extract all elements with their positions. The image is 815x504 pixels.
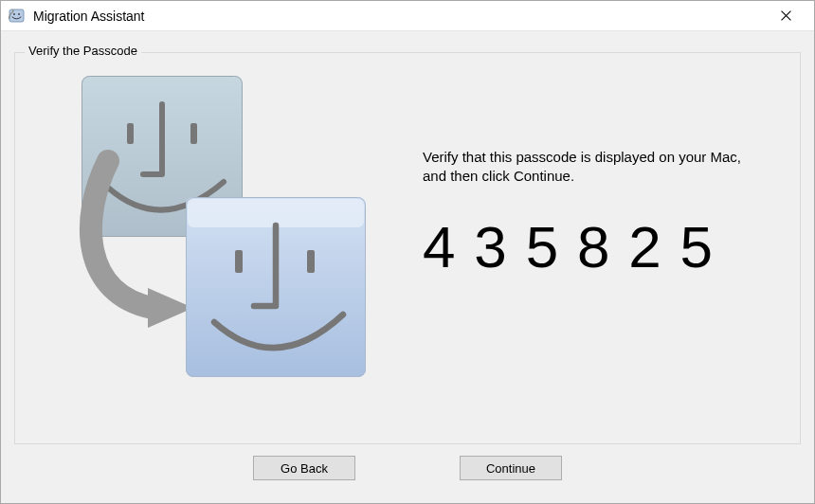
right-pane: Verify that this passcode is displayed o… bbox=[423, 148, 764, 280]
passcode-display: 435825 bbox=[423, 213, 764, 280]
button-row: Go Back Continue bbox=[14, 444, 801, 492]
group-content: Verify that this passcode is displayed o… bbox=[15, 53, 800, 443]
close-button[interactable] bbox=[765, 2, 806, 30]
close-icon bbox=[781, 10, 791, 21]
svg-rect-9 bbox=[190, 123, 197, 144]
svg-rect-8 bbox=[127, 123, 134, 144]
svg-rect-14 bbox=[235, 250, 243, 273]
continue-button[interactable]: Continue bbox=[460, 456, 562, 480]
svg-point-1 bbox=[13, 13, 15, 15]
migration-graphic bbox=[53, 76, 394, 388]
svg-rect-15 bbox=[307, 250, 315, 273]
window-title: Migration Assistant bbox=[33, 9, 145, 24]
app-window: Migration Assistant Verify the Passcode bbox=[0, 0, 815, 504]
svg-point-2 bbox=[18, 13, 20, 15]
migration-assistant-icon bbox=[9, 8, 26, 25]
verify-passcode-group: Verify the Passcode bbox=[14, 52, 801, 444]
client-area: Verify the Passcode bbox=[1, 31, 814, 503]
titlebar: Migration Assistant bbox=[1, 1, 814, 31]
svg-rect-0 bbox=[9, 9, 24, 22]
instruction-text: Verify that this passcode is displayed o… bbox=[423, 148, 764, 187]
go-back-button[interactable]: Go Back bbox=[253, 456, 355, 480]
